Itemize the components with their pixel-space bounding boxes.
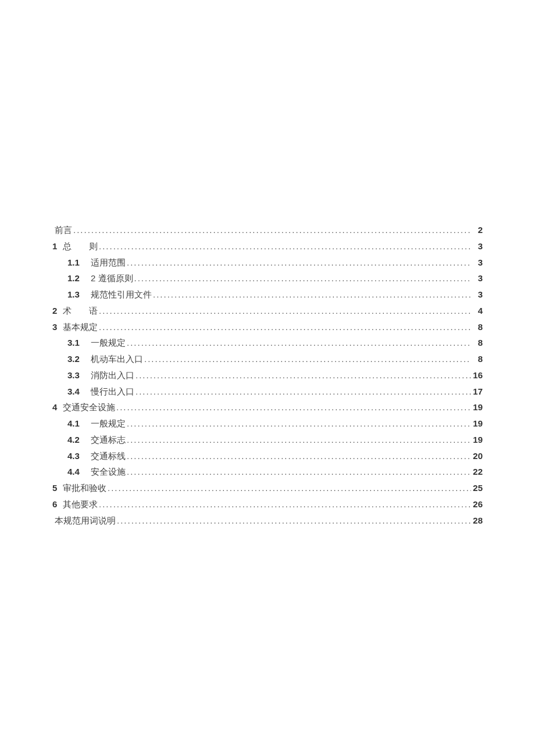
toc-page-number: 19 <box>472 399 483 415</box>
toc-num: 5 <box>52 480 60 496</box>
toc-row: 4.3交通标线20 <box>52 448 483 464</box>
toc-page-number: 8 <box>472 335 483 351</box>
toc-container: 前言21 总 则31.1适用范围31.22 遵循原则31.3规范性引用文件32 … <box>52 222 483 528</box>
toc-title: 交通标线 <box>91 448 126 464</box>
toc-leader-dots <box>127 415 471 432</box>
toc-page-number: 8 <box>472 319 483 335</box>
toc-title: 基本规定 <box>63 319 98 335</box>
toc-row: 3 基本规定8 <box>52 319 483 335</box>
toc-title: 交通安全设施 <box>63 399 115 415</box>
toc-page-number: 16 <box>472 367 483 384</box>
toc-subnum: 3.2 <box>67 351 85 367</box>
toc-title: 前言 <box>55 222 72 238</box>
toc-title: 其他要求 <box>63 496 98 513</box>
toc-title: 一般规定 <box>91 335 126 351</box>
toc-row: 1.3规范性引用文件3 <box>52 286 483 303</box>
toc-subnum: 1.1 <box>67 255 85 271</box>
toc-leader-dots <box>144 351 471 367</box>
toc-num: 4 <box>52 399 60 415</box>
toc-page-number: 17 <box>472 384 483 400</box>
toc-leader-dots <box>73 222 471 238</box>
toc-leader-dots <box>99 496 471 513</box>
toc-title: 慢行出入口 <box>91 384 134 400</box>
toc-subnum: 4.4 <box>67 464 85 480</box>
toc-subnum: 4.2 <box>67 432 85 448</box>
toc-row: 本规范用词说明28 <box>52 513 483 529</box>
toc-num: 6 <box>52 496 60 513</box>
toc-row: 3.4慢行出入口17 <box>52 384 483 400</box>
toc-page-number: 4 <box>472 303 483 319</box>
toc-row: 前言2 <box>52 222 483 238</box>
toc-num: 2 <box>52 303 60 319</box>
toc-leader-dots <box>127 464 471 480</box>
toc-leader-dots <box>153 286 471 303</box>
toc-leader-dots <box>108 480 471 496</box>
toc-page-number: 20 <box>472 448 483 464</box>
toc-leader-dots <box>99 319 471 335</box>
toc-row: 3.2机动车出入口8 <box>52 351 483 367</box>
toc-subnum: 1.3 <box>67 286 85 303</box>
toc-title: 适用范围 <box>91 255 126 271</box>
toc-row: 2 术 语4 <box>52 303 483 319</box>
toc-page-number: 3 <box>472 270 483 286</box>
toc-row: 4.4安全设施22 <box>52 464 483 480</box>
toc-row: 3.3消防出入口16 <box>52 367 483 384</box>
toc-row: 1.1适用范围3 <box>52 255 483 271</box>
toc-page-number: 3 <box>472 286 483 303</box>
toc-leader-dots <box>99 238 471 255</box>
toc-page-number: 19 <box>472 415 483 432</box>
toc-leader-dots <box>127 255 471 271</box>
toc-title: 消防出入口 <box>91 367 134 384</box>
toc-page-number: 3 <box>472 255 483 271</box>
toc-leader-dots <box>134 270 471 286</box>
toc-title: 交通标志 <box>91 432 126 448</box>
toc-num: 1 <box>52 238 60 255</box>
toc-row: 4.2交通标志19 <box>52 432 483 448</box>
toc-title: 2 遵循原则 <box>91 270 133 286</box>
toc-row: 4 交通安全设施19 <box>52 399 483 415</box>
toc-subnum: 3.3 <box>67 367 85 384</box>
toc-num: 3 <box>52 319 60 335</box>
toc-title: 术 语 <box>63 303 98 319</box>
toc-page-number: 19 <box>472 432 483 448</box>
toc-leader-dots <box>135 384 471 400</box>
toc-title: 一般规定 <box>91 415 126 432</box>
toc-leader-dots <box>117 513 471 529</box>
toc-subnum: 1.2 <box>67 270 85 286</box>
toc-title: 规范性引用文件 <box>91 286 152 303</box>
toc-subnum: 4.3 <box>67 448 85 464</box>
toc-row: 3.1一般规定8 <box>52 335 483 351</box>
toc-row: 6 其他要求26 <box>52 496 483 513</box>
toc-page-number: 8 <box>472 351 483 367</box>
toc-page-number: 3 <box>472 238 483 255</box>
toc-page-number: 22 <box>472 464 483 480</box>
toc-title: 机动车出入口 <box>91 351 143 367</box>
toc-page-number: 2 <box>472 222 483 238</box>
toc-leader-dots <box>135 367 471 384</box>
toc-title: 总 则 <box>63 238 98 255</box>
toc-leader-dots <box>116 399 471 415</box>
toc-leader-dots <box>127 335 471 351</box>
toc-leader-dots <box>127 432 471 448</box>
toc-leader-dots <box>127 448 471 464</box>
toc-subnum: 4.1 <box>67 415 85 432</box>
toc-page-number: 25 <box>472 480 483 496</box>
toc-page-number: 28 <box>472 513 483 529</box>
toc-subnum: 3.1 <box>67 335 85 351</box>
toc-title: 审批和验收 <box>63 480 106 496</box>
toc-row: 1.22 遵循原则3 <box>52 270 483 286</box>
toc-row: 1 总 则3 <box>52 238 483 255</box>
toc-title: 安全设施 <box>91 464 126 480</box>
toc-leader-dots <box>99 303 471 319</box>
toc-row: 4.1一般规定19 <box>52 415 483 432</box>
toc-row: 5 审批和验收25 <box>52 480 483 496</box>
toc-title: 本规范用词说明 <box>55 513 116 529</box>
toc-subnum: 3.4 <box>67 384 85 400</box>
toc-page-number: 26 <box>472 496 483 513</box>
